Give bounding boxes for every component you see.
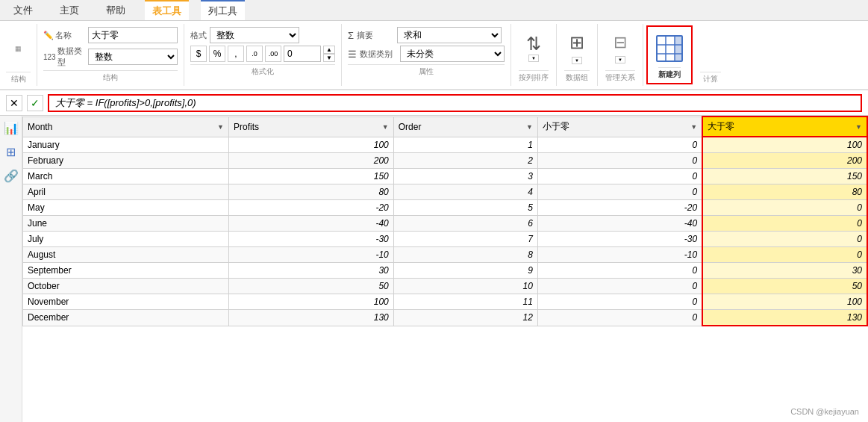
tab-column-tools[interactable]: 列工具	[201, 0, 245, 20]
dec-up-button[interactable]: .00	[265, 46, 281, 62]
summary-select[interactable]: 求和	[397, 27, 502, 43]
dollar-button[interactable]: $	[190, 46, 207, 62]
table-row: December	[23, 310, 229, 326]
table-row: 150	[228, 169, 393, 184]
profits-filter-arrow[interactable]: ▼	[382, 123, 389, 131]
relation-icon: ⊟	[613, 34, 627, 51]
table-row: 10	[393, 279, 537, 294]
table-row: 0	[537, 169, 702, 184]
table-row: 0	[702, 216, 867, 232]
sort-dropdown[interactable]: ▼	[528, 55, 539, 62]
table-row: 50	[702, 279, 867, 294]
sidebar-table-icon[interactable]: ⊞	[2, 143, 20, 161]
sort-icon: ⇅	[526, 35, 541, 53]
category-row: ☰ 数据类别 未分类	[348, 46, 505, 62]
table-row: January	[23, 137, 229, 153]
category-select[interactable]: 未分类	[400, 46, 505, 62]
left-sidebar: 📊 ⊞ 🔗	[0, 116, 22, 422]
lt-zero-filter-arrow[interactable]: ▼	[690, 123, 697, 131]
table-row: 11	[393, 294, 537, 310]
formula-input[interactable]	[48, 94, 862, 112]
svg-rect-5	[675, 36, 682, 45]
table-row: 50	[228, 279, 393, 294]
table-row: 30	[228, 263, 393, 279]
table-row: 6	[393, 216, 537, 232]
table-row: May	[23, 200, 229, 216]
datatype-label: 123 数据类型	[43, 46, 85, 68]
tab-table-tools[interactable]: 表工具	[145, 0, 189, 20]
col-header-profits[interactable]: Profits ▼	[228, 117, 393, 137]
table-row: 3	[393, 169, 537, 184]
new-col-icon	[655, 34, 684, 63]
table-row: 2	[393, 153, 537, 169]
table-row: -10	[537, 247, 702, 263]
tab-home[interactable]: 主页	[52, 0, 87, 20]
new-col-label[interactable]: 新建列	[658, 67, 681, 80]
table-row: 0	[702, 247, 867, 263]
gt-zero-filter-arrow[interactable]: ▼	[855, 123, 862, 131]
group-dropdown[interactable]: ▼	[572, 57, 582, 64]
format-row2: $ % , .0 .00 ▲ ▼	[190, 46, 335, 62]
table-row: -30	[228, 232, 393, 247]
table-row: 0	[537, 310, 702, 326]
name-row: ✏️ 名称	[43, 27, 178, 43]
col-header-gt-zero[interactable]: 大于零 ▼	[702, 117, 867, 137]
tab-file[interactable]: 文件	[6, 0, 40, 20]
calc-label: 计算	[700, 72, 721, 84]
comma-button[interactable]: ,	[228, 46, 244, 62]
relation-label: 管理关系	[605, 70, 635, 83]
table-row: 100	[228, 294, 393, 310]
table-row: -40	[228, 216, 393, 232]
col-header-lt-zero[interactable]: 小于零 ▼	[537, 117, 702, 137]
format-number-input[interactable]	[284, 46, 321, 62]
table-row: 0	[537, 153, 702, 169]
datatype-row: 123 数据类型 整数	[43, 46, 178, 68]
datatype-select[interactable]: 整数	[88, 49, 178, 65]
formula-cancel-btn[interactable]: ✕	[6, 95, 22, 111]
name-input[interactable]	[88, 27, 178, 43]
tab-help[interactable]: 帮助	[99, 0, 133, 20]
table-row: 0	[537, 137, 702, 153]
dec-down-button[interactable]: .0	[246, 46, 263, 62]
tab-bar: 文件 主页 帮助 表工具 列工具	[0, 0, 868, 21]
table-row: July	[23, 232, 229, 247]
order-filter-arrow[interactable]: ▼	[526, 123, 533, 131]
format-num-up[interactable]: ▲	[323, 46, 335, 54]
table-row: 5	[393, 200, 537, 216]
col-header-month[interactable]: Month ▼	[23, 117, 229, 137]
sidebar-model-icon[interactable]: 🔗	[2, 167, 20, 184]
table-row: June	[23, 216, 229, 232]
table-row: October	[23, 279, 229, 294]
sidebar-chart-icon[interactable]: 📊	[2, 119, 20, 137]
sort-label: 按列排序	[519, 70, 549, 83]
relation-dropdown[interactable]: ▼	[615, 56, 625, 63]
structure-label2: 结构	[43, 70, 178, 83]
table-row: 200	[702, 153, 867, 169]
structure-label: 结构	[6, 72, 31, 84]
percent-button[interactable]: %	[209, 46, 225, 62]
table-row: 80	[228, 184, 393, 200]
table-row: 0	[702, 232, 867, 247]
format-num-down[interactable]: ▼	[323, 54, 335, 62]
table-row: 0	[537, 184, 702, 200]
formula-bar: ✕ ✓	[0, 90, 868, 116]
col-header-order[interactable]: Order ▼	[393, 117, 537, 137]
format-row1: 格式 整数	[190, 27, 335, 43]
table-row: April	[23, 184, 229, 200]
table-row: 80	[702, 184, 867, 200]
main-area: 📊 ⊞ 🔗 Month ▼	[0, 116, 868, 422]
table-row: 30	[702, 263, 867, 279]
table-row: 150	[702, 169, 867, 184]
table-row: -30	[537, 232, 702, 247]
table-row: 0	[537, 279, 702, 294]
format-select[interactable]: 整数	[210, 27, 299, 43]
table-row: February	[23, 153, 229, 169]
structure-icon: ▦	[15, 45, 22, 52]
formula-confirm-btn[interactable]: ✓	[27, 95, 43, 111]
table-row: 100	[702, 294, 867, 310]
format-prefix-label: 格式	[190, 30, 207, 41]
month-filter-arrow[interactable]: ▼	[217, 123, 224, 131]
group-icon: ⊞	[569, 34, 584, 52]
svg-rect-7	[675, 54, 682, 61]
table-row: 4	[393, 184, 537, 200]
